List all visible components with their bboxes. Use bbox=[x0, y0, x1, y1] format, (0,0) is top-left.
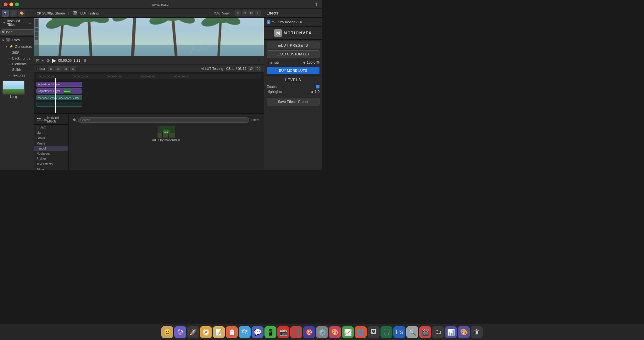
tl-audio-btn[interactable]: 🔊 bbox=[248, 66, 254, 71]
category-stylize[interactable]: Stylize bbox=[34, 156, 68, 162]
thumb-long[interactable]: Long bbox=[3, 81, 25, 99]
svg-point-32 bbox=[164, 126, 171, 130]
scope-btn1[interactable]: ⊞ bbox=[235, 10, 241, 16]
levels-section: LEVELS Enable Highlights ◆ 1.0 bbox=[264, 76, 322, 96]
clip-video-1[interactable]: V1-0003_A001_10030007_C107 bbox=[36, 95, 82, 100]
highlights-row: Highlights ◆ 1.0 bbox=[267, 89, 319, 94]
timemark-1: 00:00:02:00 bbox=[73, 75, 88, 78]
trim-tool[interactable]: ✂ bbox=[41, 58, 45, 63]
crop-tool[interactable]: ⊡ bbox=[36, 58, 39, 63]
highlights-value: 1.0 bbox=[315, 90, 319, 94]
mlut-badge: MLUT bbox=[64, 89, 71, 94]
effects-categories: Effects Installed Effects VIDEO Light Lo… bbox=[34, 114, 69, 170]
timemark-2: 00:00:04:00 bbox=[107, 75, 122, 78]
tl-btn-3[interactable]: ⊟ bbox=[63, 66, 69, 71]
plugin-panel: M MOTIONVFX mLUT PRESETS LOAD CUSTOM LUT… bbox=[264, 27, 322, 170]
tl-project-name: LUT Testing bbox=[205, 67, 223, 71]
library-item-textures[interactable]: ▪ Textures bbox=[0, 72, 34, 78]
effect-instance-name: mLut by motionVFX bbox=[272, 20, 302, 24]
effect-thumb-visual: mLUT bbox=[158, 126, 175, 138]
intensity-row: Intensity ◆ 100.0 % bbox=[264, 59, 322, 65]
tl-btn-2[interactable]: ⊡ bbox=[55, 66, 62, 71]
load-custom-lut-button[interactable]: LOAD CUSTOM LUT bbox=[267, 50, 319, 58]
generators-header[interactable]: ▼ ⚡ Generators bbox=[0, 43, 34, 50]
scope-indicator-1[interactable] bbox=[35, 19, 38, 23]
share-icon[interactable]: ⬆ bbox=[315, 2, 318, 7]
library-tab-themes[interactable]: 🎨 bbox=[18, 10, 25, 17]
play-button[interactable]: ▶ bbox=[52, 57, 56, 64]
highlights-diamond[interactable]: ◆ bbox=[311, 90, 314, 94]
tl-nav-prev[interactable]: ◀ bbox=[201, 66, 203, 71]
intensity-value: 100.0 % bbox=[307, 60, 319, 64]
timeline-index-label: Index bbox=[36, 67, 45, 71]
info-btn[interactable]: ℹ bbox=[255, 10, 261, 16]
category-looks[interactable]: Looks bbox=[34, 135, 68, 141]
clip-adjustment-2[interactable]: Adjustment Layer MLUT bbox=[36, 88, 82, 94]
fullscreen-btn[interactable]: ⛶ bbox=[258, 59, 262, 62]
playback-controls: ⊡ ✂ ⟳ ▶ 00:00:00 1:21 ⏸ ⛶ bbox=[34, 56, 264, 65]
category-tiling[interactable]: Tiling bbox=[34, 167, 68, 170]
library-item-elements[interactable]: ▪ Elements bbox=[0, 61, 34, 67]
tl-expand-btn[interactable]: ⛶ bbox=[255, 66, 261, 71]
intensity-label: Intensity bbox=[267, 60, 302, 64]
library-item-backgrounds[interactable]: ▪ Back...unds bbox=[0, 55, 34, 61]
effects-list-header: Effects Installed Effects bbox=[34, 115, 68, 125]
plugin-logo-area: M MOTIONVFX bbox=[264, 27, 322, 40]
titlebar-actions: ⬆ bbox=[315, 2, 318, 7]
library-item-solids[interactable]: ▪ Solids bbox=[0, 67, 34, 72]
timeline-ruler: 00:00:00:00 00:00:02:00 00:00:04:00 00:0… bbox=[36, 74, 261, 79]
center-area: 2K 23.98p, Stereo | 🎬 LUT Testing 75% Vi… bbox=[34, 9, 264, 170]
category-nostalgia[interactable]: Nostalgia bbox=[34, 151, 68, 156]
titles-header[interactable]: ▶ 🎬 Titles bbox=[0, 37, 34, 43]
thumbnail-area: Long bbox=[0, 78, 34, 101]
category-text-effects[interactable]: Text Effects bbox=[34, 162, 68, 167]
tl-btn-1[interactable]: ⊞ bbox=[48, 66, 54, 71]
category-masks[interactable]: Masks bbox=[34, 141, 68, 146]
clip-audio-1[interactable] bbox=[36, 102, 82, 107]
installed-effects-dropdown[interactable]: Installed Effects bbox=[47, 116, 66, 123]
category-mlut[interactable]: mLut bbox=[34, 146, 68, 151]
maximize-button[interactable] bbox=[15, 3, 19, 6]
thumb-image bbox=[3, 81, 25, 94]
effects-search-bar: 🔍 1 Item bbox=[71, 116, 261, 124]
effect-result-name: mLut by motionVFX bbox=[153, 139, 180, 142]
speed-tool[interactable]: ⟳ bbox=[47, 58, 50, 63]
close-button[interactable] bbox=[4, 3, 8, 6]
save-effects-preset-button[interactable]: Save Effects Preset bbox=[267, 98, 319, 105]
effects-inspector-header: Effects bbox=[264, 9, 322, 18]
enable-checkbox[interactable] bbox=[316, 85, 319, 88]
svg-rect-1 bbox=[34, 45, 264, 56]
effect-enable-checkbox[interactable]: ✓ bbox=[267, 20, 270, 24]
library-tab-music[interactable]: 🎵 bbox=[10, 10, 17, 17]
scope-indicator-5[interactable] bbox=[35, 37, 38, 40]
view-dropdown[interactable]: View bbox=[222, 11, 230, 15]
intensity-keyframe-diamond[interactable]: ◆ bbox=[303, 61, 306, 64]
effect-mlut-item[interactable]: mLUT mLut by motionVFX bbox=[153, 126, 180, 142]
generators-label: Generators bbox=[15, 45, 32, 48]
window-controls[interactable] bbox=[4, 3, 19, 6]
timemark-4: 00:00:08:00 bbox=[174, 75, 189, 78]
preview-topbar: 2K 23.98p, Stereo | 🎬 LUT Testing 75% Vi… bbox=[34, 9, 264, 18]
library-item-360[interactable]: ▪ 360° bbox=[0, 50, 34, 55]
scope-btn2[interactable]: ⊡ bbox=[242, 10, 247, 16]
timemark-0: 00:00:00:00 bbox=[39, 75, 54, 78]
effect-instance: ✓ mLut by motionVFX bbox=[267, 20, 319, 25]
scope-indicator-3[interactable] bbox=[35, 28, 38, 31]
tl-btn-4[interactable]: ⊠ bbox=[70, 66, 76, 71]
scope-btn3[interactable]: ⊟ bbox=[248, 10, 254, 16]
timeline-subbar: Index ⊞ ⊡ ⊟ ⊠ ◀ LUT Testing 03:11 / 03:1… bbox=[34, 65, 264, 72]
pause-btn[interactable]: ⏸ bbox=[83, 58, 87, 63]
effects-search-input[interactable] bbox=[78, 117, 249, 123]
mlut-presets-button[interactable]: mLUT PRESETS bbox=[267, 42, 319, 49]
scope-indicator-2[interactable] bbox=[35, 23, 38, 27]
svg-rect-28 bbox=[158, 133, 175, 138]
scope-indicator-4[interactable] bbox=[35, 32, 38, 36]
library-tab-photos[interactable]: 📷 bbox=[2, 10, 9, 17]
category-light[interactable]: Light bbox=[34, 130, 68, 135]
category-video[interactable]: VIDEO bbox=[34, 125, 68, 130]
main-layout: 📷 🎵 🎨 ▼ Installed Titles ⌄ 🔍 ✕ ▶ 🎬 Title… bbox=[0, 9, 322, 170]
minimize-button[interactable] bbox=[9, 3, 13, 6]
installed-titles-bar[interactable]: ▼ Installed Titles ⌄ bbox=[0, 18, 34, 28]
clip-adjustment-1[interactable]: Adjustment Layer bbox=[36, 82, 82, 87]
buy-more-luts-button[interactable]: BUY MORE LUTS bbox=[267, 67, 319, 74]
